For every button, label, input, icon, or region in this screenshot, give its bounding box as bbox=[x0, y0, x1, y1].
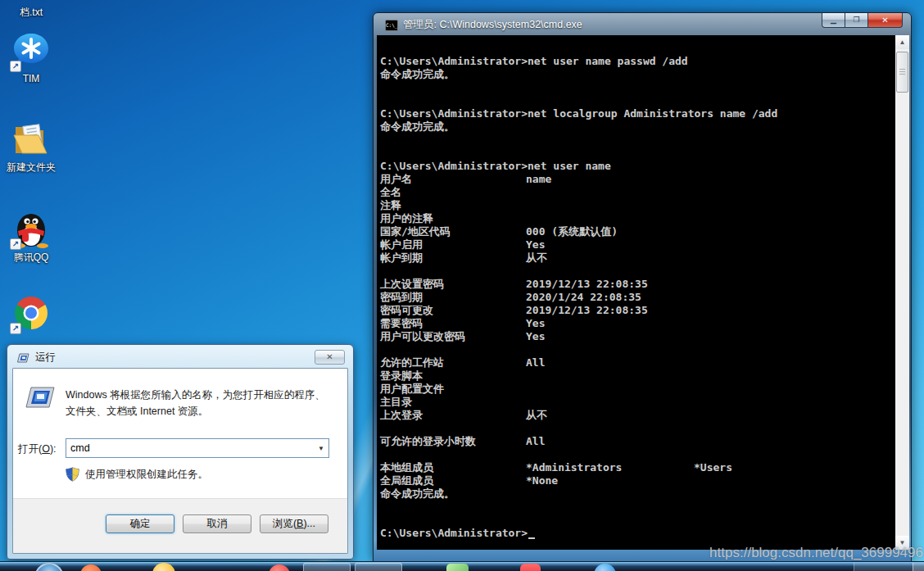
run-dialog-icon bbox=[17, 352, 30, 364]
terminal-line: 全名 bbox=[380, 186, 893, 199]
open-label: 打开(O): bbox=[18, 442, 57, 456]
ok-button[interactable]: 确定 bbox=[106, 514, 174, 533]
console-scrollbar[interactable]: ▲ ▼ bbox=[895, 35, 909, 550]
run-dialog-title: 运行 bbox=[35, 351, 56, 365]
qq-penguin-icon: ↗ bbox=[11, 209, 51, 248]
desktop-icon-label: 档.txt bbox=[2, 6, 61, 20]
terminal-line: 用户配置文件 bbox=[380, 383, 893, 396]
terminal-line: 全局组成员*None bbox=[380, 474, 893, 487]
terminal-line: 需要密码Yes bbox=[380, 317, 893, 330]
terminal-cursor bbox=[528, 528, 535, 539]
terminal-line: 命令成功完成。 bbox=[380, 120, 893, 134]
uac-note-row: 使用管理权限创建此任务。 bbox=[66, 467, 208, 482]
taskbar-window-button[interactable] bbox=[303, 563, 351, 571]
terminal-line bbox=[380, 94, 893, 107]
close-button[interactable]: ✕ bbox=[867, 13, 903, 28]
terminal-line: 命令成功完成。 bbox=[380, 68, 893, 81]
terminal-line: 密码到期2020/1/24 22:08:35 bbox=[380, 291, 893, 304]
uac-note-text: 使用管理权限创建此任务。 bbox=[85, 468, 208, 482]
desktop-icon-label: 腾讯QQ bbox=[2, 251, 61, 265]
terminal-line: 可允许的登录小时数All bbox=[380, 435, 893, 448]
text-file-icon bbox=[11, 0, 51, 3]
browse-button[interactable]: 浏览(B)... bbox=[260, 514, 328, 533]
desktop-icon-label: 新建文件夹 bbox=[2, 161, 61, 174]
terminal-line: 上次设置密码2019/12/13 22:08:35 bbox=[380, 278, 893, 291]
terminal-line: C:\Users\Administrator>net localgroup Ad… bbox=[380, 107, 893, 120]
taskbar-app-icon[interactable] bbox=[80, 564, 102, 571]
terminal-line bbox=[380, 147, 893, 160]
csdn-watermark: https://blog.csdn.net/qq_36999496 bbox=[709, 545, 923, 561]
desktop-icon-doc-txt[interactable]: 档.txt bbox=[2, 0, 61, 20]
tim-icon: ↗ bbox=[11, 31, 51, 70]
console-lines: C:\Users\Administrator>net user name pas… bbox=[380, 55, 893, 540]
taskbar-app-icon[interactable] bbox=[152, 563, 175, 571]
maximize-button[interactable]: ❐ bbox=[845, 13, 868, 28]
cancel-button[interactable]: 取消 bbox=[183, 514, 251, 533]
desktop-icon-label: TIM bbox=[2, 73, 61, 84]
chevron-down-icon[interactable]: ▼ bbox=[314, 445, 328, 452]
folder-icon bbox=[11, 119, 51, 158]
taskbar-window-button[interactable] bbox=[355, 563, 402, 571]
chrome-icon: ↗ bbox=[11, 293, 51, 333]
desktop-icon-qq[interactable]: ↗ 腾讯QQ bbox=[2, 209, 61, 265]
terminal-line bbox=[380, 448, 893, 461]
terminal-line: 帐户启用Yes bbox=[380, 238, 893, 252]
desktop-icon-tim[interactable]: ↗ TIM bbox=[2, 31, 61, 84]
terminal-line bbox=[380, 343, 893, 356]
scrollbar-thumb[interactable] bbox=[896, 52, 908, 93]
terminal-line: 允许的工作站All bbox=[380, 356, 893, 369]
run-icon bbox=[25, 385, 57, 415]
run-dialog: 运行 ✕ Windows 将根据您所输入的名称，为您打开相应的程序、 文件夹、文… bbox=[7, 344, 354, 560]
minimize-button[interactable]: ▁ bbox=[822, 13, 845, 28]
terminal-line bbox=[380, 265, 893, 278]
cmd-window-title: 管理员: C:\Windows\system32\cmd.exe bbox=[403, 18, 582, 32]
terminal-line: 上次登录从不 bbox=[380, 409, 893, 422]
terminal-line: 注释 bbox=[380, 199, 893, 212]
terminal-line: 主目录 bbox=[380, 396, 893, 409]
taskbar-app-icon[interactable] bbox=[446, 564, 469, 571]
desktop-icon-chrome[interactable]: ↗ bbox=[2, 293, 61, 333]
terminal-line bbox=[380, 422, 893, 435]
terminal-line: 本地组成员*Administrators*Users bbox=[380, 461, 893, 474]
dialog-footer: 确定 取消 浏览(B)... bbox=[13, 498, 347, 553]
shortcut-arrow-icon: ↗ bbox=[10, 61, 21, 72]
taskbar-app-icon[interactable] bbox=[269, 564, 290, 571]
terminal-line: 用户的注释 bbox=[380, 212, 893, 225]
run-dialog-title-bar[interactable]: 运行 bbox=[17, 351, 56, 365]
terminal-line: 帐户到期从不 bbox=[380, 252, 893, 265]
run-description: Windows 将根据您所输入的名称，为您打开相应的程序、 文件夹、文档或 In… bbox=[66, 387, 348, 419]
terminal-line: C:\Users\Administrator>net user name pas… bbox=[380, 55, 893, 68]
terminal-line: C:\Users\Administrator> bbox=[380, 527, 893, 540]
cmd-title-bar[interactable]: C:\_ 管理员: C:\Windows\system32\cmd.exe bbox=[385, 18, 582, 32]
terminal-line bbox=[380, 501, 893, 514]
taskbar-app-icon[interactable] bbox=[594, 564, 616, 571]
terminal-line: 用户名name bbox=[380, 173, 893, 186]
open-combobox[interactable]: cmd ▼ bbox=[66, 438, 329, 458]
taskbar-app-icon[interactable] bbox=[520, 564, 541, 571]
terminal-line bbox=[380, 514, 893, 527]
terminal-line: 国家/地区代码000 (系统默认值) bbox=[380, 225, 893, 238]
cmd-icon: C:\_ bbox=[385, 20, 398, 31]
scroll-up-icon[interactable]: ▲ bbox=[895, 35, 909, 49]
taskbar[interactable] bbox=[0, 561, 924, 571]
uac-shield-icon bbox=[66, 467, 79, 482]
start-button[interactable] bbox=[34, 563, 64, 571]
terminal-line: 密码可更改2019/12/13 22:08:35 bbox=[380, 304, 893, 317]
terminal-line bbox=[380, 81, 893, 94]
terminal-line: C:\Users\Administrator>net user name bbox=[380, 160, 893, 173]
terminal-line: 用户可以更改密码Yes bbox=[380, 330, 893, 343]
run-dialog-body: Windows 将根据您所输入的名称，为您打开相应的程序、 文件夹、文档或 In… bbox=[12, 368, 348, 554]
desktop-icon-new-folder[interactable]: 新建文件夹 bbox=[2, 119, 61, 174]
dialog-close-button[interactable]: ✕ bbox=[315, 350, 345, 365]
shortcut-arrow-icon: ↗ bbox=[10, 238, 21, 250]
terminal-line: 登录脚本 bbox=[380, 369, 893, 383]
cmd-window: C:\_ 管理员: C:\Windows\system32\cmd.exe ▁ … bbox=[373, 12, 912, 562]
console-area[interactable]: C:\Users\Administrator>net user name pas… bbox=[377, 35, 909, 550]
terminal-line bbox=[380, 134, 893, 147]
terminal-line: 命令成功完成。 bbox=[380, 487, 893, 501]
shortcut-arrow-icon: ↗ bbox=[10, 323, 21, 334]
open-input-value[interactable]: cmd bbox=[66, 442, 314, 454]
show-desktop-button[interactable] bbox=[913, 563, 924, 571]
